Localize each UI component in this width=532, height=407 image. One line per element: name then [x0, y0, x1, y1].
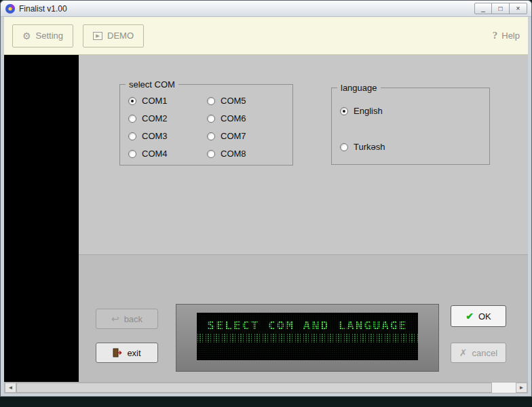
cancel-label: cancel [472, 348, 498, 358]
back-button[interactable]: ↩ back [96, 309, 158, 329]
radio-com7[interactable]: COM7 [207, 131, 286, 141]
exit-button[interactable]: exit [96, 343, 158, 363]
window-controls: _ □ × [474, 3, 527, 14]
radio-label: COM4 [142, 149, 168, 159]
close-icon: × [516, 5, 520, 12]
radio-label: COM3 [142, 131, 168, 141]
client-area: select COM COM1 COM5 COM2 [4, 55, 528, 382]
radio-dot [128, 97, 136, 105]
ok-check-icon: ✔ [466, 311, 474, 321]
help-button[interactable]: ? Help [493, 30, 520, 41]
close-button[interactable]: × [510, 3, 527, 14]
help-icon: ? [493, 30, 498, 41]
radio-label: Turkəsh [354, 142, 385, 152]
radio-label: COM6 [221, 113, 246, 123]
language-options: English Turkəsh [332, 88, 489, 159]
back-label: back [124, 314, 142, 324]
radio-english[interactable]: English [340, 106, 482, 116]
radio-dot [128, 150, 136, 158]
radio-dot [128, 115, 136, 123]
radio-dot [207, 150, 215, 158]
radio-turkish[interactable]: Turkəsh [340, 142, 482, 152]
maximize-button[interactable]: □ [492, 3, 510, 14]
radio-dot [207, 115, 215, 123]
led-dim-row [197, 334, 418, 343]
led-display: SELECT COM AND LANGUAGE [176, 304, 439, 372]
help-label: Help [501, 31, 520, 41]
language-group-label: language [337, 83, 381, 93]
demo-button[interactable]: ▶ DEMO [83, 24, 144, 47]
title-bar[interactable]: Finalist v1.00 _ □ × [1, 1, 531, 17]
radio-label: COM2 [142, 113, 168, 123]
demo-play-icon: ▶ [93, 32, 102, 40]
ok-label: OK [478, 311, 491, 322]
radio-com8[interactable]: COM8 [207, 149, 286, 159]
hscrollbar-thumb[interactable] [16, 383, 492, 393]
radio-dot [340, 143, 348, 151]
settings-panel: select COM COM1 COM5 COM2 [79, 55, 528, 255]
radio-com4[interactable]: COM4 [128, 149, 207, 159]
setting-icon: ⚙ [22, 31, 31, 41]
radio-label: COM5 [221, 96, 246, 106]
led-screen: SELECT COM AND LANGUAGE [197, 313, 418, 360]
radio-label: COM8 [221, 149, 246, 159]
exit-label: exit [127, 348, 140, 358]
radio-dot [207, 132, 215, 140]
toolbar: ⚙ Setting ▶ DEMO ? Help [4, 17, 528, 55]
action-panel: ↩ back exit SELECT COM AND LANGUAGE [79, 256, 528, 382]
horizontal-scrollbar[interactable]: ◄ ► [4, 382, 528, 393]
minimize-button[interactable]: _ [474, 3, 492, 14]
radio-label: COM7 [221, 131, 246, 141]
radio-com1[interactable]: COM1 [128, 96, 207, 106]
select-com-groupbox: select COM COM1 COM5 COM2 [119, 84, 293, 166]
app-window: Finalist v1.00 _ □ × ⚙ Setting ▶ DEMO ? … [0, 0, 532, 397]
cancel-button[interactable]: ✗ cancel [451, 343, 506, 363]
exit-door-icon [113, 348, 122, 357]
radio-dot [207, 97, 215, 105]
language-groupbox: language English Turkəsh [331, 88, 490, 165]
setting-label: Setting [36, 31, 63, 41]
scroll-left-arrow-icon[interactable]: ◄ [5, 383, 16, 393]
maximize-icon: □ [498, 5, 502, 12]
window-title: Finalist v1.00 [19, 4, 67, 14]
minimize-icon: _ [481, 5, 485, 12]
com-options: COM1 COM5 COM2 COM6 [120, 85, 292, 166]
radio-label: English [354, 106, 383, 116]
radio-com5[interactable]: COM5 [207, 96, 286, 106]
scroll-right-arrow-icon[interactable]: ► [516, 383, 527, 393]
radio-dot [340, 107, 348, 115]
radio-label: COM1 [142, 96, 168, 106]
select-com-group-label: select COM [126, 79, 178, 90]
ok-button[interactable]: ✔ OK [451, 305, 506, 327]
led-display-text: SELECT COM AND LANGUAGE [197, 318, 418, 332]
radio-com6[interactable]: COM6 [207, 113, 286, 123]
content-panel: select COM COM1 COM5 COM2 [79, 55, 528, 382]
setting-button[interactable]: ⚙ Setting [12, 24, 73, 47]
radio-com3[interactable]: COM3 [128, 131, 207, 141]
left-black-panel [4, 55, 79, 382]
app-icon [5, 3, 16, 14]
radio-dot [128, 132, 136, 140]
cancel-x-icon: ✗ [459, 348, 468, 357]
back-icon: ↩ [111, 314, 119, 324]
radio-com2[interactable]: COM2 [128, 113, 207, 123]
demo-label: DEMO [107, 31, 134, 41]
